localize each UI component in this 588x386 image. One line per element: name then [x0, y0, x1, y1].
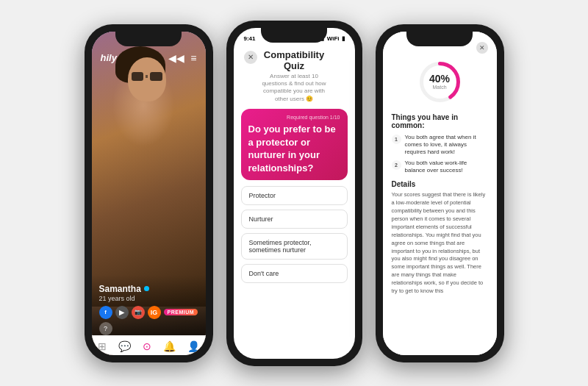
user-name: Samantha: [99, 284, 198, 294]
quiz-options: Protector Nurturer Sometimes protector, …: [234, 186, 355, 283]
phone2-content: 9:41 ▋▋▋ WiFi ▮ ✕ Compatibility Quiz Ans…: [234, 28, 355, 359]
question-card: Required question 1/10 Do you prefer to …: [241, 109, 348, 180]
quiz-subtitle: Answer at least 10 questions & find out …: [260, 73, 329, 104]
badge-insta: IG: [148, 306, 161, 319]
phone2-screen: 9:41 ▋▋▋ WiFi ▮ ✕ Compatibility Quiz Ans…: [234, 28, 355, 359]
phone3-screen: ✕ 40% Match Things you have in commo: [383, 32, 497, 355]
option-dontcare[interactable]: Don't care: [241, 264, 348, 283]
nav-cards[interactable]: ⊞: [98, 340, 107, 352]
badge-facebook: f: [99, 306, 112, 319]
phone1-notch: [115, 32, 182, 46]
status-time: 9:41: [244, 35, 256, 42]
phone3-notch: [406, 32, 473, 46]
user-age: 21 years old: [99, 295, 198, 302]
question-text: Do you prefer to be a protector or nurtu…: [248, 123, 340, 174]
common-text-1: You both agree that when it comes to lov…: [405, 134, 488, 157]
common-item-2: 2 You both value work-life balance over …: [392, 160, 488, 175]
option-nurturer[interactable]: Nurturer: [241, 210, 348, 229]
option-sometimes[interactable]: Sometimes protector, sometimes nurturer: [241, 233, 348, 260]
phone1-bottom-nav: ⊞ 💬 ⊙ 🔔 👤: [92, 335, 206, 355]
nav-search[interactable]: ⊙: [143, 340, 151, 352]
close-button[interactable]: ✕: [244, 51, 257, 64]
phone3-content: ✕ 40% Match Things you have in commo: [383, 32, 497, 355]
badge-question[interactable]: ?: [99, 322, 112, 335]
nav-bell[interactable]: 🔔: [163, 340, 176, 352]
profile-overlay-spacer: [92, 70, 206, 275]
nav-chat[interactable]: 💬: [118, 340, 131, 352]
top-icons: ◀◀ ≡: [168, 52, 196, 64]
verified-badge: [144, 286, 149, 291]
quiz-title-block: Compatibility Quiz Answer at least 10 qu…: [257, 49, 331, 104]
nav-profile[interactable]: 👤: [187, 340, 200, 352]
phone2-shell: 9:41 ▋▋▋ WiFi ▮ ✕ Compatibility Quiz Ans…: [226, 21, 362, 366]
menu-icon[interactable]: ≡: [190, 52, 196, 64]
close-button-3[interactable]: ✕: [476, 42, 488, 54]
match-number: 40%: [429, 74, 450, 84]
user-badges: f ▶ 📷 IG PREMIUM ?: [99, 306, 198, 335]
wifi-icon: WiFi: [327, 35, 340, 42]
phone2-notch: [261, 28, 327, 43]
match-circle-container: 40% Match: [392, 58, 488, 106]
match-circle: 40% Match: [416, 58, 464, 106]
required-badge: Required question 1/10: [248, 115, 340, 120]
common-num-2: 2: [392, 160, 401, 170]
phone1-screen: hily ◀◀ ≡ Samantha 21 years old f ▶ 📷: [92, 32, 206, 355]
match-percentage: 40% Match: [429, 74, 450, 90]
profile-overlay: Samantha 21 years old f ▶ 📷 IG PREMIUM ?: [92, 275, 206, 335]
app-logo: hily: [101, 52, 117, 63]
phone1-shell: hily ◀◀ ≡ Samantha 21 years old f ▶ 📷: [85, 24, 213, 362]
details-title: Details: [392, 180, 488, 188]
back-icon[interactable]: ◀◀: [168, 52, 184, 64]
badge-play: ▶: [115, 306, 129, 319]
phone3-shell: ✕ 40% Match Things you have in commo: [376, 24, 504, 362]
badge-premium-label: PREMIUM: [164, 309, 198, 315]
quiz-header: ✕ Compatibility Quiz Answer at least 10 …: [234, 45, 355, 110]
option-protector[interactable]: Protector: [241, 186, 348, 205]
battery-icon: ▮: [342, 35, 345, 42]
common-text-2: You both value work-life balance over su…: [405, 160, 488, 175]
match-label: Match: [429, 85, 450, 90]
badge-photo: 📷: [132, 306, 145, 319]
common-num-1: 1: [392, 135, 401, 144]
quiz-title: Compatibility Quiz: [260, 49, 329, 71]
details-text: Your scores suggest that there is likely…: [392, 191, 488, 295]
phone1-background: hily ◀◀ ≡ Samantha 21 years old f ▶ 📷: [92, 32, 206, 355]
common-list: 1 You both agree that when it comes to l…: [392, 134, 488, 175]
common-item-1: 1 You both agree that when it comes to l…: [392, 134, 488, 157]
common-title: Things you have in common:: [392, 113, 488, 129]
